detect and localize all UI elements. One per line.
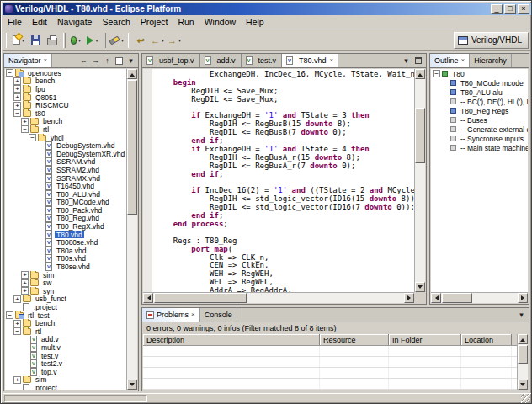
tree-item-t80a-vhd[interactable]: T80a.vhd — [5, 247, 126, 255]
outline-item-bc-de-hl-ix-and-iy[interactable]: -- BC('), DE('), HL('), IX and IY — [431, 97, 528, 106]
scroll-up-icon[interactable] — [518, 334, 528, 344]
navigator-vscrollbar[interactable] — [126, 69, 137, 390]
tree-item-t8080se-vhd[interactable]: T8080se.vhd — [5, 238, 126, 247]
collapse-icon[interactable]: − — [29, 134, 36, 141]
editor-tab-test-v[interactable]: test.v — [242, 54, 283, 67]
tree-item-project[interactable]: .project — [5, 303, 126, 311]
scroll-up-icon[interactable] — [127, 69, 137, 79]
expand-icon[interactable]: + — [13, 85, 21, 93]
expand-icon[interactable]: + — [21, 279, 29, 287]
outline-item-t80-reg-regs[interactable]: T80_Reg Regs — [431, 106, 528, 115]
expand-icon[interactable]: + — [21, 287, 29, 295]
tree-item-rtl-test[interactable]: −rtl_test — [5, 311, 126, 320]
back-icon[interactable]: ← — [78, 56, 89, 66]
outline-hscrollbar[interactable] — [431, 292, 528, 303]
tree-item-ssramx-vhd[interactable]: SSRAMX.vhd — [5, 174, 126, 183]
menu-file[interactable]: File — [3, 16, 27, 28]
tree-item-sim[interactable]: +sim — [5, 376, 126, 385]
outline-item-t80-mcode-mcode[interactable]: T80_MCode mcode — [431, 78, 528, 88]
outline-item-generate-external-control[interactable]: -- Generate external control — [431, 125, 528, 134]
tree-item-t80-reg-vhd[interactable]: T80_Reg.vhd — [5, 215, 126, 223]
expand-icon[interactable]: + — [21, 118, 29, 125]
expand-icon[interactable]: + — [13, 295, 21, 303]
tree-item-mult-v[interactable]: mult.v — [5, 343, 126, 352]
minimize-button[interactable]: _ — [491, 4, 503, 14]
scroll-down-icon[interactable] — [518, 380, 528, 390]
scroll-down-icon[interactable] — [415, 282, 425, 292]
menu-run[interactable]: Run — [173, 16, 199, 28]
back-button[interactable]: ←▾ — [149, 32, 166, 49]
editor-tab-add-v[interactable]: add.v — [200, 54, 242, 67]
menu-help[interactable]: Help — [241, 16, 269, 28]
code-area[interactable]: ExchangeDH, IncDec_16, MCycle, TState, W… — [152, 69, 414, 292]
problems-vscrollbar[interactable] — [517, 334, 528, 390]
expand-icon[interactable]: + — [21, 271, 29, 279]
close-view-icon[interactable]: × — [461, 57, 466, 64]
title-bar[interactable]: Verilog/VHDL - T80.vhd - Eclipse Platfor… — [3, 3, 531, 15]
tree-item-debugsystem-vhd[interactable]: DebugSystem.vhd — [5, 141, 126, 150]
tree-item-t80-mcode-vhd[interactable]: T80_MCode.vhd — [5, 199, 126, 207]
tree-item-test-v[interactable]: test.v — [5, 352, 126, 360]
expand-icon[interactable]: + — [13, 93, 21, 101]
table-row[interactable] — [143, 357, 517, 368]
tree-item-t80-vhd[interactable]: T80.vhd — [5, 231, 126, 239]
collapse-icon[interactable]: − — [6, 69, 13, 77]
tree-item-project[interactable]: .project — [5, 384, 126, 390]
close-button[interactable]: × — [518, 4, 529, 14]
tree-item-bench[interactable]: +bench — [5, 77, 126, 86]
outline-item-buses[interactable]: -- Buses — [431, 115, 528, 125]
menu-project[interactable]: Project — [136, 16, 173, 28]
collapse-all-icon[interactable]: − — [115, 57, 123, 65]
resize-grip-icon[interactable] — [521, 394, 530, 403]
tab-list-chevron-icon[interactable]: ▾ — [401, 56, 412, 66]
tree-item-bench[interactable]: +bench — [5, 319, 126, 327]
menu-navigate[interactable]: Navigate — [52, 16, 97, 28]
column-header-description[interactable]: Description — [143, 334, 320, 345]
view-menu-icon[interactable]: ▾ — [516, 310, 527, 321]
last-edit-location-button[interactable]: ↩ — [132, 32, 149, 49]
forward-icon[interactable]: → — [90, 56, 101, 66]
menu-edit[interactable]: Edit — [27, 16, 52, 28]
search-button[interactable]: ▾ — [108, 32, 125, 49]
tree-item-t80se-vhd[interactable]: T80se.vhd — [5, 263, 126, 271]
tree-item-t80-alu-vhd[interactable]: T80_ALU.vhd — [5, 190, 126, 199]
maximize-view-icon[interactable] — [415, 57, 422, 64]
maximize-button[interactable]: □ — [504, 4, 516, 14]
tree-item-t16450-vhd[interactable]: T16450.vhd — [5, 182, 126, 190]
collapse-icon[interactable]: − — [13, 327, 21, 335]
tree-item-sim[interactable]: +sim — [5, 271, 126, 279]
tree-item-q8051[interactable]: +Q8051 — [5, 93, 126, 102]
expand-icon[interactable]: + — [13, 320, 21, 327]
tab-navigator[interactable]: Navigator × — [4, 54, 52, 67]
table-row[interactable] — [143, 379, 517, 390]
run-button[interactable]: ▾ — [84, 32, 101, 49]
collapse-icon[interactable]: − — [21, 125, 29, 133]
editor-tab-usbf-top-v[interactable]: usbf_top.v — [142, 54, 200, 67]
collapse-icon[interactable]: − — [13, 109, 21, 117]
close-tab-icon[interactable]: × — [330, 57, 334, 64]
scroll-left-icon[interactable] — [431, 293, 441, 303]
perspective-switcher[interactable]: Verilog/VHDL — [454, 32, 529, 49]
tree-item-test2-v[interactable]: test2.v — [5, 359, 126, 368]
tree-item-ssram-vhd[interactable]: SSRAM.vhd — [5, 158, 126, 167]
column-header-resource[interactable]: Resource — [320, 334, 389, 345]
outline-item-t80[interactable]: −T80 — [431, 69, 528, 78]
tree-item-opencores[interactable]: −opencores — [5, 69, 126, 77]
tree-item-sw[interactable]: +sw — [5, 279, 126, 287]
tab-console[interactable]: Console — [200, 308, 237, 322]
tab-outline[interactable]: Outline× — [430, 54, 470, 67]
expand-icon[interactable]: + — [13, 102, 21, 109]
tree-item-t80-pack-vhd[interactable]: T80_Pack.vhd — [5, 206, 126, 215]
close-view-icon[interactable]: × — [44, 57, 48, 64]
tree-item-rtl[interactable]: −rtl — [5, 125, 126, 134]
tree-item-add-v[interactable]: add.v — [5, 336, 126, 344]
scroll-right-icon[interactable] — [518, 293, 528, 303]
tree-item-t80[interactable]: −t80 — [5, 109, 126, 118]
editor-vscrollbar[interactable] — [414, 69, 425, 292]
table-row[interactable] — [143, 368, 517, 379]
tree-item-t80s-vhd[interactable]: T80s.vhd — [5, 255, 126, 263]
outline-item-main-state-machine[interactable]: -- Main state machine — [431, 143, 528, 152]
tree-item-usb-funct[interactable]: +usb_funct — [5, 295, 126, 304]
editor-tab-t80-vhd[interactable]: T80.vhd× — [282, 54, 338, 67]
menu-search[interactable]: Search — [97, 16, 135, 28]
